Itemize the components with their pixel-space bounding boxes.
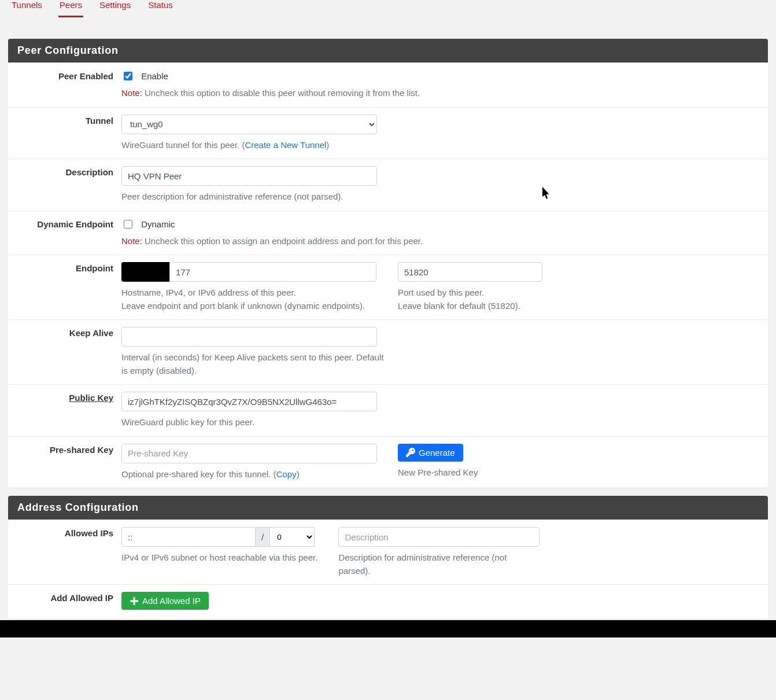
key-icon — [406, 448, 415, 457]
checkbox-enable[interactable] — [124, 72, 132, 80]
checkbox-dynamic[interactable] — [124, 220, 132, 229]
input-preshared-key[interactable] — [121, 444, 377, 463]
label-tunnel: Tunnel — [8, 115, 121, 152]
tab-settings[interactable]: Settings — [98, 0, 132, 17]
add-allowed-ip-button[interactable]: Add Allowed IP — [121, 592, 209, 610]
dyn-note-text: Uncheck this option to assign an endpoin… — [142, 236, 423, 246]
input-allowed-desc[interactable] — [338, 527, 539, 547]
label-public-key: Public Key — [8, 392, 121, 429]
generate-psk-label: Generate — [419, 448, 455, 458]
endpoint-port-help: Port used by this peer. Leave blank for … — [398, 286, 542, 312]
tab-peers[interactable]: Peers — [58, 0, 83, 17]
tunnel-help: WireGuard tunnel for this peer. ( — [121, 140, 245, 150]
label-add-allowed-ip: Add Allowed IP — [8, 592, 121, 610]
psk-help: Optional pre-shared key for this tunnel.… — [121, 469, 276, 479]
allowed-ip-help: IPv4 or IPv6 subnet or host reachable vi… — [121, 551, 317, 565]
label-dynamic-endpoint: Dynamic Endpoint — [8, 218, 121, 248]
description-help: Peer description for administrative refe… — [121, 190, 760, 204]
checkbox-enable-label: Enable — [141, 71, 168, 81]
footer-bar — [0, 620, 776, 638]
note-text: Uncheck this option to disable this peer… — [142, 88, 420, 98]
input-description[interactable] — [121, 166, 377, 186]
input-allowed-ip[interactable] — [121, 527, 256, 547]
plus-icon — [130, 596, 139, 606]
label-allowed-ips: Allowed IPs — [8, 527, 121, 577]
tab-status[interactable]: Status — [147, 0, 174, 17]
dyn-note-prefix: Note: — [121, 236, 142, 246]
input-keepalive[interactable] — [121, 327, 377, 347]
checkbox-dynamic-label: Dynamic — [141, 219, 175, 229]
note-prefix: Note: — [121, 88, 142, 98]
panel-title-address: Address Configuration — [8, 496, 768, 520]
select-tunnel[interactable]: tun_wg0 — [121, 115, 377, 134]
input-public-key[interactable] — [121, 392, 377, 411]
add-allowed-ip-label: Add Allowed IP — [142, 596, 201, 606]
label-endpoint: Endpoint — [8, 262, 121, 312]
input-endpoint-host[interactable] — [169, 262, 376, 282]
select-allowed-mask[interactable]: 0 — [269, 527, 315, 547]
nav-tabs: Tunnels Peers Settings Status — [8, 0, 768, 23]
endpoint-host-help: Hostname, IPv4, or IPv6 address of this … — [121, 286, 377, 312]
link-copy-psk[interactable]: Copy — [276, 469, 297, 479]
ip-slash: / — [256, 527, 269, 547]
label-description: Description — [8, 166, 121, 204]
label-peer-enabled: Peer Enabled — [8, 70, 121, 100]
label-preshared-key: Pre-shared Key — [8, 444, 121, 481]
keepalive-help: Interval (in seconds) for Keep Alive pac… — [121, 351, 387, 377]
tab-tunnels[interactable]: Tunnels — [10, 0, 43, 17]
generate-psk-button[interactable]: Generate — [398, 444, 463, 462]
label-keepalive: Keep Alive — [8, 327, 121, 377]
allowed-desc-help: Description for administrative reference… — [338, 551, 535, 577]
panel-title-peer: Peer Configuration — [8, 39, 768, 62]
link-create-tunnel[interactable]: Create a New Tunnel — [245, 140, 326, 150]
public-key-help: WireGuard public key for this peer. — [121, 416, 760, 429]
psk-btn-help: New Pre-shared Key — [398, 466, 478, 480]
input-endpoint-port[interactable] — [398, 262, 542, 282]
endpoint-redacted — [121, 262, 170, 282]
